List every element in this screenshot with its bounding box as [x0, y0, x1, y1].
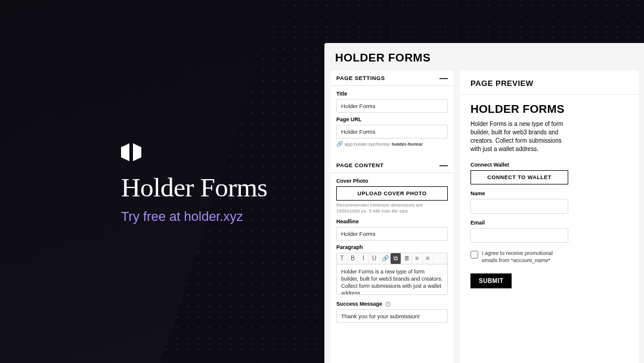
name-label: Name: [470, 190, 568, 196]
success-message-label: Success Message ?: [336, 301, 448, 307]
rich-text-toolbar: T B I U 🔗 ⧉ ≣ ≡ ≡: [336, 253, 448, 264]
page-settings-card: Page Settings — Title Page URL 🔗 app.hol…: [330, 70, 454, 153]
rte-bold-button[interactable]: B: [348, 253, 358, 264]
rte-underline-button[interactable]: U: [369, 253, 380, 264]
title-label: Title: [336, 91, 448, 97]
page-content-card: Page Content — Cover Photo Upload Cover …: [330, 158, 454, 329]
page-preview-header: Page Preview: [460, 70, 639, 95]
app-title: Holder Forms: [335, 51, 633, 64]
upload-cover-photo-button[interactable]: Upload Cover Photo: [336, 186, 448, 201]
hero: Holder Forms Try free at holder.xyz: [121, 143, 267, 224]
paragraph-textarea[interactable]: Holder Forms is a new type of form build…: [336, 264, 448, 295]
rte-italic-button[interactable]: I: [358, 253, 369, 264]
hero-subtitle: Try free at holder.xyz: [121, 209, 267, 224]
section-title: Page Content: [336, 162, 384, 168]
hero-title: Holder Forms: [121, 172, 267, 203]
preview-column: Page Preview Holder Forms Holder Forms i…: [460, 70, 639, 363]
cover-photo-hint: Recommended minimum dimensions are 1920x…: [336, 202, 448, 215]
paragraph-label: Paragraph: [336, 244, 448, 250]
email-input[interactable]: [470, 228, 568, 243]
cover-photo-label: Cover Photo: [336, 178, 448, 184]
section-title: Page Settings: [336, 75, 385, 81]
headline-input[interactable]: [336, 227, 448, 241]
page-url-input[interactable]: [336, 125, 448, 139]
connect-wallet-label: Connect Wallet: [470, 162, 568, 168]
headline-label: Headline: [336, 219, 448, 224]
email-label: Email: [470, 220, 568, 226]
app-header: Holder Forms: [324, 43, 644, 70]
rte-link-button[interactable]: 🔗: [380, 253, 391, 264]
editor-column: Page Settings — Title Page URL 🔗 app.hol…: [330, 70, 454, 363]
holder-logo-icon: [121, 143, 267, 161]
consent-row: I agree to receive promotional emails fr…: [470, 250, 568, 264]
page-settings-header[interactable]: Page Settings —: [330, 70, 454, 86]
consent-text: I agree to receive promotional emails fr…: [482, 250, 568, 264]
collapse-icon: —: [439, 75, 448, 81]
page-content-header[interactable]: Page Content —: [330, 158, 454, 173]
title-input[interactable]: [336, 99, 448, 113]
preview-paragraph: Holder Forms is a new type of form build…: [470, 120, 568, 153]
section-title: Page Preview: [470, 79, 533, 88]
link-icon: 🔗: [336, 141, 343, 147]
page-url-label: Page URL: [336, 116, 448, 122]
help-icon[interactable]: ?: [385, 302, 391, 307]
consent-checkbox[interactable]: [470, 251, 478, 259]
app-preview-window: Holder Forms Page Settings — Title Page …: [324, 43, 644, 363]
rte-list-unordered-button[interactable]: ≡: [412, 253, 423, 264]
preview-heading: Holder Forms: [470, 103, 568, 115]
success-message-input[interactable]: [336, 309, 448, 323]
rte-insert-button[interactable]: ⧉: [391, 253, 401, 264]
rte-font-button[interactable]: T: [337, 253, 348, 264]
rte-align-button[interactable]: ≡: [423, 253, 434, 264]
name-input[interactable]: [470, 199, 568, 214]
page-preview-body: Holder Forms Holder Forms is a new type …: [460, 95, 579, 299]
connect-to-wallet-button[interactable]: Connect to Wallet: [470, 170, 568, 184]
rte-list-ordered-button[interactable]: ≣: [401, 253, 412, 264]
page-url-hint: 🔗 app.holder.xyz/forms/holder-forms/: [336, 141, 448, 147]
submit-button[interactable]: Submit: [470, 273, 512, 288]
collapse-icon: —: [439, 162, 448, 168]
